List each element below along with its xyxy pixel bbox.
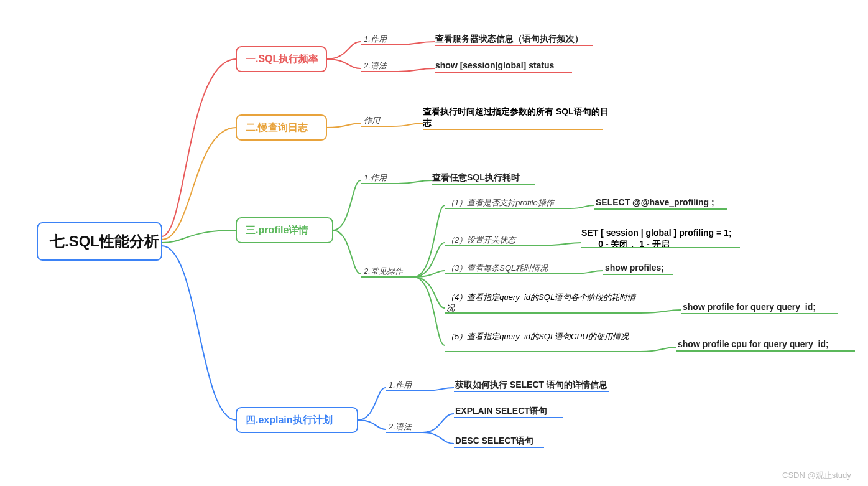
connector-b1 <box>162 59 236 236</box>
b3-c1-g3-value: show profile for query query_id; <box>683 302 816 312</box>
b1-c1-value: show [session|global] status <box>435 60 555 70</box>
branch-b4-label: 四.explain执行计划 <box>246 414 333 425</box>
b4-c1-label: 2.语法 <box>388 422 412 431</box>
connector-b4 <box>162 246 236 420</box>
branch-b2-label: 二.慢查询日志 <box>246 122 308 133</box>
root-title: 七.SQL性能分析 <box>49 233 159 250</box>
connector-b1-c0 <box>326 42 361 59</box>
b3-c1-g3-label: （4）查看指定query_id的SQL语句各个阶段的耗时情况 <box>446 292 639 314</box>
mindmap-canvas: 七.SQL性能分析 一.SQL执行频率 1.作用 查看服务器状态信息（语句执行频… <box>0 0 868 486</box>
branch-b1-label: 一.SQL执行频率 <box>246 53 318 64</box>
b3-c1-g2-value: show profiles; <box>605 263 664 273</box>
branch-b2: 二.慢查询日志 <box>236 115 326 140</box>
b3-c1-g0-value: SELECT @@have_profiling ; <box>596 197 714 207</box>
b3-c1-g4-value: show profile cpu for query query_id; <box>678 339 829 349</box>
b3-c1-g4-label: （5）查看指定query_id的SQL语句CPU的使用情况 <box>446 332 639 342</box>
b1-c0-label: 1.作用 <box>364 34 388 44</box>
b3-c1-g1-label: （2）设置开关状态 <box>446 235 517 245</box>
connector-b3 <box>162 230 236 243</box>
b1-c1-label: 2.语法 <box>363 61 387 70</box>
b4-c1-g0-value: EXPLAIN SELECT语句 <box>455 406 547 416</box>
root-node: 七.SQL性能分析 <box>37 223 162 260</box>
b3-c1-g1-value: SET [ session | global ] profiling = 1; <box>581 228 732 238</box>
b2-c0-label: 作用 <box>364 116 381 125</box>
b3-c1-g0-label: （1）查看是否支持profile操作 <box>446 198 555 207</box>
b1-c0-value: 查看服务器状态信息（语句执行频次） <box>435 34 583 44</box>
b3-c0-label: 1.作用 <box>364 173 388 182</box>
branch-b3: 三.profile详情 <box>236 218 333 243</box>
b4-c0-value: 获取如何执行 SELECT 语句的详情信息 <box>455 380 608 390</box>
b3-c0-value: 查看任意SQL执行耗时 <box>432 172 520 182</box>
b3-c1-g2-label: （3）查看每条SQL耗时情况 <box>446 263 548 273</box>
b3-c1-label: 2.常见操作 <box>363 266 404 276</box>
connector-b3-c0 <box>333 180 361 230</box>
branch-b3-label: 三.profile详情 <box>246 225 308 235</box>
b4-c1-g1-value: DESC SELECT语句 <box>455 436 533 446</box>
b2-c0-value: 查看执行时间超过指定参数的所有 SQL语句的日志 <box>423 106 609 128</box>
watermark-text: CSDN @观止study <box>782 470 851 480</box>
b4-c0-label: 1.作用 <box>389 380 413 390</box>
connector-b2-c0 <box>326 123 361 128</box>
connector-b1-c1 <box>326 59 361 68</box>
branch-b1: 一.SQL执行频率 <box>236 47 326 72</box>
branch-b4: 四.explain执行计划 <box>236 408 358 432</box>
connector-b3-c1 <box>333 230 361 274</box>
